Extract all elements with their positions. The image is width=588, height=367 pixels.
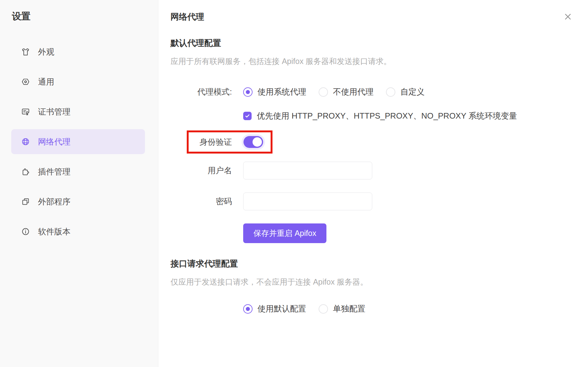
settings-sidebar: 设置 外观 通用 bbox=[0, 0, 158, 367]
env-vars-checkbox[interactable]: 优先使用 HTTP_PROXY、HTTPS_PROXY、NO_PROXY 系统环… bbox=[243, 110, 517, 121]
close-button[interactable] bbox=[562, 11, 573, 22]
auth-toggle[interactable] bbox=[243, 136, 263, 148]
toggle-knob bbox=[253, 137, 262, 147]
panel-title: 网络代理 bbox=[171, 11, 588, 22]
sidebar-item-version[interactable]: 软件版本 bbox=[11, 219, 145, 244]
password-label: 密码 bbox=[171, 196, 232, 207]
sidebar-item-label: 插件管理 bbox=[38, 166, 70, 177]
default-proxy-form: 代理模式: 使用系统代理 不使用代理 自定义 bbox=[171, 86, 588, 243]
annotation-red-box: 身份验证 bbox=[187, 130, 272, 154]
certificate-icon bbox=[21, 107, 30, 116]
default-proxy-description: 应用于所有联网服务，包括连接 Apifox 服务器和发送接口请求。 bbox=[171, 56, 588, 66]
sidebar-item-label: 通用 bbox=[38, 76, 54, 87]
radio-option-label: 自定义 bbox=[400, 86, 425, 97]
default-proxy-heading: 默认代理配置 bbox=[171, 37, 588, 49]
radio-use-system-proxy[interactable]: 使用系统代理 bbox=[243, 86, 306, 97]
sidebar-item-certificates[interactable]: 证书管理 bbox=[11, 99, 145, 124]
info-icon bbox=[21, 227, 30, 236]
overlap-squares-icon bbox=[21, 197, 30, 206]
request-proxy-description: 仅应用于发送接口请求，不会应用于连接 Apifox 服务器。 bbox=[171, 277, 588, 287]
radio-option-label: 不使用代理 bbox=[333, 86, 374, 97]
radio-custom-proxy[interactable]: 自定义 bbox=[386, 86, 425, 97]
sidebar-item-label: 外观 bbox=[38, 46, 54, 57]
sidebar-item-appearance[interactable]: 外观 bbox=[11, 39, 145, 64]
proxy-mode-row: 代理模式: 使用系统代理 不使用代理 自定义 bbox=[171, 86, 588, 97]
username-label: 用户名 bbox=[171, 165, 232, 176]
request-proxy-options: 使用默认配置 单独配置 bbox=[243, 303, 365, 314]
radio-checked-icon bbox=[243, 304, 253, 314]
sidebar-item-plugins[interactable]: 插件管理 bbox=[11, 159, 145, 184]
auth-row: 身份验证 bbox=[171, 130, 588, 154]
password-row: 密码 bbox=[171, 193, 588, 210]
settings-window: 设置 外观 通用 bbox=[0, 0, 588, 367]
proxy-mode-label: 代理模式: bbox=[171, 86, 232, 97]
radio-use-default-config[interactable]: 使用默认配置 bbox=[243, 303, 306, 314]
proxy-mode-options: 使用系统代理 不使用代理 自定义 bbox=[243, 86, 425, 97]
checkbox-checked-icon bbox=[243, 112, 252, 120]
radio-option-label: 单独配置 bbox=[333, 303, 365, 314]
sidebar-title: 设置 bbox=[12, 11, 158, 22]
radio-unchecked-icon bbox=[386, 87, 395, 97]
radio-separate-config[interactable]: 单独配置 bbox=[319, 303, 365, 314]
username-input[interactable] bbox=[243, 162, 372, 179]
close-icon bbox=[564, 12, 572, 21]
puzzle-icon bbox=[21, 167, 30, 176]
sidebar-item-label: 外部程序 bbox=[38, 196, 70, 207]
radio-checked-icon bbox=[243, 87, 253, 97]
nut-icon bbox=[21, 77, 30, 86]
sidebar-item-label: 网络代理 bbox=[38, 136, 70, 147]
network-proxy-panel: 网络代理 默认代理配置 应用于所有联网服务，包括连接 Apifox 服务器和发送… bbox=[158, 0, 588, 367]
radio-option-label: 使用系统代理 bbox=[258, 86, 306, 97]
sidebar-nav: 外观 通用 bbox=[0, 39, 158, 244]
radio-no-proxy[interactable]: 不使用代理 bbox=[319, 86, 374, 97]
username-row: 用户名 bbox=[171, 162, 588, 179]
auth-label: 身份验证 bbox=[189, 137, 232, 148]
sidebar-item-label: 证书管理 bbox=[38, 106, 70, 117]
password-input[interactable] bbox=[243, 193, 372, 210]
radio-option-label: 使用默认配置 bbox=[258, 303, 306, 314]
request-proxy-heading: 接口请求代理配置 bbox=[171, 258, 588, 269]
sidebar-item-general[interactable]: 通用 bbox=[11, 69, 145, 94]
tshirt-icon bbox=[21, 47, 30, 56]
request-proxy-options-row: 使用默认配置 单独配置 bbox=[171, 303, 588, 314]
env-vars-row: 优先使用 HTTP_PROXY、HTTPS_PROXY、NO_PROXY 系统环… bbox=[171, 110, 588, 121]
radio-unchecked-icon bbox=[319, 87, 328, 97]
sidebar-item-external-apps[interactable]: 外部程序 bbox=[11, 189, 145, 214]
save-restart-button[interactable]: 保存并重启 Apifox bbox=[243, 223, 326, 243]
save-row: 保存并重启 Apifox bbox=[171, 223, 588, 243]
radio-unchecked-icon bbox=[319, 304, 328, 314]
globe-icon bbox=[21, 137, 30, 146]
sidebar-item-network-proxy[interactable]: 网络代理 bbox=[11, 129, 145, 154]
env-vars-label: 优先使用 HTTP_PROXY、HTTPS_PROXY、NO_PROXY 系统环… bbox=[257, 110, 517, 121]
sidebar-item-label: 软件版本 bbox=[38, 226, 70, 237]
